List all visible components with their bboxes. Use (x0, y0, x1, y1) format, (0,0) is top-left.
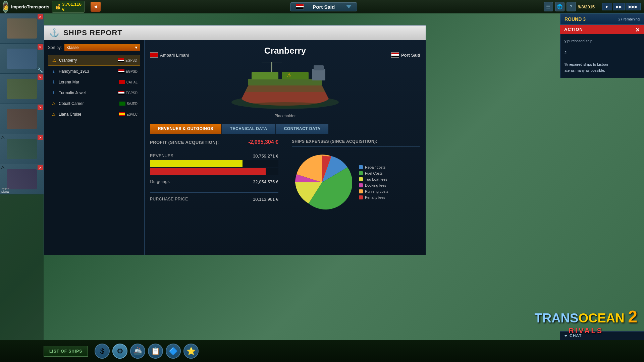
svg-text:⚠: ⚠ (287, 72, 291, 78)
ship-thumb-image (7, 139, 37, 159)
ship-list-item-handymax[interactable]: ℹ Handymax_1913 EGPSD (48, 66, 140, 76)
revenue-section: PROFIT (SINCE ACQUISITION): -2,095,304 €… (150, 139, 420, 213)
revenues-label: REVENUES (150, 154, 173, 159)
thumb-close-3[interactable]: ✕ (38, 74, 43, 80)
thumb-warning-icon: ⚠ (1, 135, 5, 140)
speed-fastest-button[interactable]: ▶▶▶ (626, 3, 641, 10)
legend-dot-running (359, 189, 363, 193)
profit-value: -2,095,304 € (248, 139, 278, 145)
report-ship-icon: ⚓ (49, 28, 59, 38)
action-panel: ACTION ✕ (560, 25, 644, 34)
ship-flag-handymax: EGPSD (118, 69, 138, 73)
action-text-4: ate as many as possible. (565, 68, 640, 74)
bottom-nav-contracts-icon[interactable]: 📋 (148, 344, 163, 359)
sort-select[interactable]: Klasse ▼ (64, 44, 140, 51)
thumb-liana-label: Liana (1, 190, 9, 193)
port-name-display[interactable]: Port Said (290, 2, 357, 11)
logo-trans: TRANS (535, 311, 579, 325)
speed-fast-button[interactable]: ▶▶ (613, 3, 625, 10)
tab-revenues-outgoings[interactable]: REVENUES & OUTGOINGS (150, 124, 221, 134)
ship-thumb-5[interactable]: ✕ ⚠ (0, 134, 44, 164)
ship-destination: Port Said (391, 52, 420, 58)
ship-thumb-2[interactable]: ✕ 🔧 (0, 44, 44, 74)
ship-dest-lorena: CAHAL (126, 80, 138, 84)
ship-thumb-liana[interactable]: ✕ ⚠ Liana Ship is (0, 164, 44, 194)
nav-arrows: ◄ (91, 2, 101, 12)
outgoings-value: 32,854,575 € (253, 179, 278, 184)
outgoings-bar (150, 168, 266, 175)
thumb-close-1[interactable]: ✕ (38, 14, 43, 19)
ship-visual: Cranberry (150, 46, 420, 118)
thumb-close-5[interactable]: ✕ (38, 135, 43, 140)
tab-contract-data[interactable]: CONTRACT DATA (276, 124, 329, 134)
legend-label-tug: Tug boat fees (365, 177, 387, 181)
speed-play-button[interactable]: ► (602, 3, 612, 10)
top-right-icons: ☰ 🌐 ? 9/3/2015 ► ▶▶ ▶▶▶ (544, 2, 641, 11)
expenses-section: SHIPS EXPENSES (SINCE ACQUISITION): (292, 139, 420, 213)
legend-label-docking: Docking fees (365, 183, 386, 187)
bottom-nav-ships-icon[interactable]: ⚙ (112, 344, 127, 359)
ship-thumb-4[interactable]: ✕ (0, 104, 44, 134)
thumb-warning-liana-icon: ⚠ (1, 165, 5, 170)
thumb-close-2[interactable]: ✕ (38, 44, 43, 50)
bottom-nav-map-icon[interactable]: 🔷 (166, 344, 181, 359)
ship-thumb-image (7, 18, 37, 39)
outgoings-row: Outgoings 32,854,575 € (150, 179, 278, 184)
menu-icon-button[interactable]: ☰ (544, 2, 553, 11)
ship-list-item-cranberry[interactable]: ⚠ Cranberry EGPSD (48, 55, 140, 66)
ship-list-item-lorena[interactable]: ℹ Lorena Mar CAHAL (48, 77, 140, 87)
legend-tug: Tug boat fees (359, 177, 388, 181)
ship-list-item-liana[interactable]: ⚠ Liana Cruise ESVLC (48, 109, 140, 119)
action-title: ACTION (564, 27, 583, 32)
list-of-ships-button[interactable]: LIST OF SHIPS (44, 346, 88, 357)
action-close-button[interactable]: ✕ (635, 27, 640, 33)
bottom-nav-fleet-icon[interactable]: 🚢 (130, 344, 145, 359)
thumb-close-liana[interactable]: ✕ (38, 165, 43, 170)
bottom-nav-score-icon[interactable]: ⭐ (183, 344, 199, 359)
ship-thumb-1[interactable]: ✕ (0, 13, 44, 44)
legend-dot-tug (359, 177, 363, 181)
ship-dest-cobalt: SAJED (127, 102, 138, 106)
ship-display-name: Cranberry (264, 46, 306, 56)
ship-list-item-turmalin[interactable]: ℹ Turmalin Jewel EGPSD (48, 88, 140, 98)
money-display: 💰 3,761,116 € (52, 1, 85, 13)
ship-name-lorena: Lorena Mar (59, 80, 119, 84)
ship-thumb-image (7, 169, 37, 189)
legend-label-penalty: Penalty fees (365, 195, 385, 199)
tab-technical-data[interactable]: TECHNICAL DATA (222, 124, 275, 134)
port-name-text: Port Said (313, 4, 335, 10)
legend-repair: Repair costs (359, 165, 388, 169)
legend-fuel: Fuel Costs (359, 171, 388, 175)
globe-icon-button[interactable]: 🌐 (555, 2, 565, 11)
thumb-wrench-icon: 🔧 (37, 67, 43, 73)
expenses-pie-chart (292, 152, 352, 213)
ship-warning-icon: ⚠ (51, 57, 57, 63)
thumb-close-4[interactable]: ✕ (38, 105, 43, 110)
nav-back-button[interactable]: ◄ (91, 2, 101, 12)
port-selector: Port Said (104, 2, 544, 11)
revenues-value: 30,759,271 € (253, 154, 278, 159)
sort-value: Klasse (66, 45, 78, 50)
ship-thumb-3[interactable]: ✕ (0, 74, 44, 104)
coin-icon: 💰 (55, 4, 61, 9)
legend-dot-repair (359, 165, 363, 169)
action-text-1: y purchased ship. (565, 38, 640, 44)
company-name: ImperioTransports (11, 4, 49, 9)
ship-thumb-image (7, 49, 37, 69)
help-icon-button[interactable]: ? (567, 2, 576, 11)
money-value: 3,761,116 € (62, 2, 82, 12)
action-text-2: 2 (565, 50, 640, 56)
bottom-nav-money-icon[interactable]: $ (95, 344, 110, 359)
ship-info-icon: ℹ (51, 68, 57, 74)
svg-point-9 (245, 102, 325, 108)
round-label: ROUND 3 (565, 16, 586, 22)
ship-thumb-image (7, 109, 37, 129)
ship-info-icon: ℹ (51, 79, 57, 85)
legend-label-running: Running costs (365, 189, 388, 193)
report-header: ⚓ SHIPS REPORT (44, 25, 426, 40)
ship-image-container: ⚠ (221, 59, 349, 112)
ship-list-item-cobalt[interactable]: ⚠ Cobalt Carrier SAJED (48, 99, 140, 109)
flag-eg-icon (118, 58, 124, 62)
left-financials: PROFIT (SINCE ACQUISITION): -2,095,304 €… (150, 139, 278, 213)
port-dropdown-arrow-icon (346, 5, 352, 8)
